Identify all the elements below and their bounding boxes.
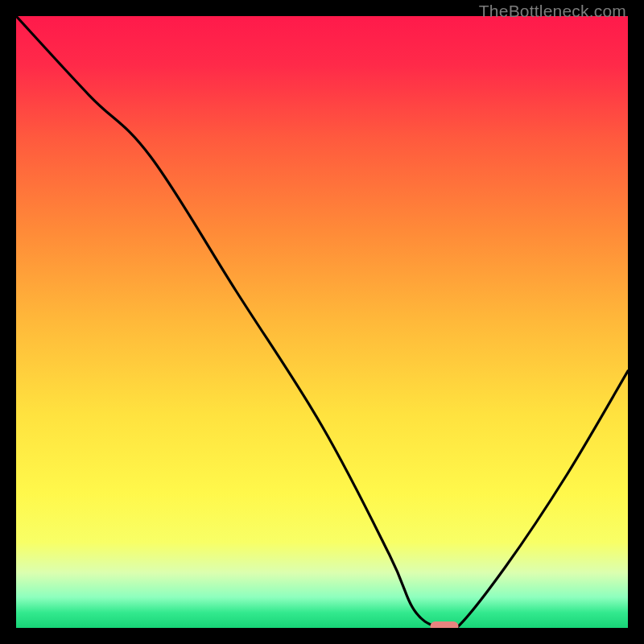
plot-area — [16, 16, 628, 628]
bottleneck-curve — [16, 16, 628, 628]
curve-path — [16, 16, 628, 628]
chart-frame: TheBottleneck.com — [0, 0, 644, 644]
optimal-marker — [431, 621, 459, 628]
